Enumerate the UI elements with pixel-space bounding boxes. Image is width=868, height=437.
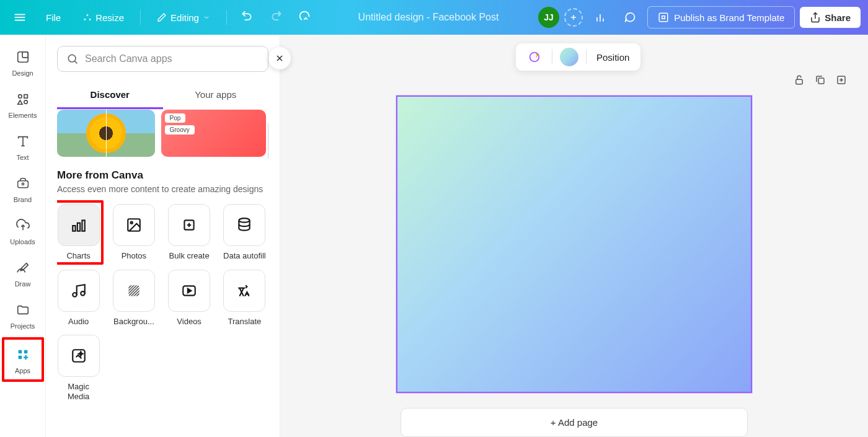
app-translate[interactable]: Translate [223, 270, 266, 327]
rail-projects[interactable]: Projects [4, 295, 42, 335]
search-input[interactable] [85, 53, 259, 64]
svg-point-45 [530, 53, 539, 62]
app-videos[interactable]: Videos [168, 270, 211, 327]
preview-card-sunflower[interactable] [57, 110, 155, 157]
section-subtitle: Access even more content to create amazi… [57, 184, 266, 194]
svg-point-39 [73, 293, 77, 297]
resize-label: Resize [95, 12, 124, 23]
color-swatch[interactable] [560, 48, 578, 66]
share-label: Share [825, 12, 851, 23]
app-grid: Charts Photos Bulk create [57, 204, 266, 401]
avatar[interactable]: JJ [538, 7, 559, 28]
tab-your-apps[interactable]: Your apps [163, 82, 269, 109]
photos-icon [126, 217, 142, 233]
add-collaborator-button[interactable] [564, 8, 583, 27]
preview-card-music[interactable]: Pop Groovy [161, 110, 267, 157]
lock-icon[interactable] [794, 74, 805, 88]
svg-rect-32 [82, 220, 84, 231]
svg-rect-31 [77, 223, 79, 231]
rail-label: Draw [15, 280, 31, 288]
rail-apps[interactable]: Apps [4, 340, 42, 379]
analytics-icon[interactable] [588, 5, 613, 30]
editing-label: Editing [170, 12, 199, 23]
rail-elements[interactable]: Elements [4, 84, 42, 124]
svg-marker-43 [188, 288, 191, 293]
share-button[interactable]: Share [800, 7, 861, 28]
svg-rect-21 [18, 350, 22, 354]
rail-text[interactable]: Text [4, 126, 42, 166]
section-title: More from Canva [57, 169, 266, 182]
database-icon [236, 217, 252, 233]
rail-label: Design [12, 69, 33, 77]
svg-point-38 [239, 218, 250, 223]
publish-button[interactable]: Publish as Brand Template [647, 6, 795, 29]
editing-menu[interactable]: Editing [148, 7, 219, 28]
app-label: Videos [177, 317, 202, 327]
app-label: Translate [228, 317, 262, 327]
duplicate-icon[interactable] [815, 74, 826, 88]
magic-icon[interactable] [525, 47, 544, 67]
svg-point-12 [18, 95, 22, 99]
preview-cards: Pop Groovy [57, 110, 266, 157]
app-label: Magic Media [57, 382, 100, 401]
menu-icon[interactable] [7, 5, 32, 30]
search-box[interactable] [57, 46, 268, 72]
rail-label: Text [16, 154, 29, 161]
svg-rect-11 [22, 52, 28, 58]
floating-toolbar: Position [516, 43, 640, 71]
highlight-apps: Apps [2, 337, 44, 382]
app-background[interactable]: Backgrou... [112, 270, 155, 327]
app-label: Photos [122, 251, 146, 261]
app-label: Bulk create [169, 251, 210, 261]
svg-rect-13 [24, 95, 27, 99]
app-magic-media[interactable]: Magic Media [57, 335, 100, 401]
chip-pop: Pop [165, 113, 186, 123]
svg-rect-22 [24, 350, 27, 354]
svg-point-28 [68, 55, 76, 62]
app-bulk-create[interactable]: Bulk create [168, 204, 211, 261]
rail-brand[interactable]: Brand [4, 169, 42, 208]
svg-line-29 [75, 61, 78, 64]
app-label: Charts [66, 251, 90, 261]
svg-rect-47 [818, 78, 824, 84]
rail-draw[interactable]: Draw [4, 253, 42, 293]
add-page-icon[interactable] [836, 74, 847, 88]
add-page-button[interactable]: + Add page [401, 408, 748, 437]
app-audio[interactable]: Audio [57, 270, 100, 327]
chip-groovy: Groovy [165, 125, 195, 135]
rail-design[interactable]: Design [4, 42, 42, 82]
app-data-autofill[interactable]: Data autofill [223, 204, 266, 261]
rail-label: Brand [14, 196, 32, 203]
app-label: Audio [68, 317, 89, 327]
panel-tabs: Discover Your apps [57, 82, 268, 110]
svg-rect-46 [796, 79, 803, 84]
canvas-area: Position + Add page [280, 35, 868, 437]
page-toolbar [794, 74, 847, 88]
cloud-sync-icon[interactable] [294, 5, 319, 30]
resize-menu[interactable]: Resize [74, 7, 133, 28]
file-menu[interactable]: File [37, 7, 69, 28]
highlight-charts: Charts [57, 200, 104, 265]
app-charts[interactable]: Charts [57, 204, 100, 261]
design-canvas[interactable] [396, 95, 752, 393]
magic-media-icon [71, 348, 87, 364]
app-photos[interactable]: Photos [112, 204, 155, 261]
rail-uploads[interactable]: Uploads [4, 211, 42, 250]
close-panel-button[interactable] [268, 47, 291, 69]
toolbar-separator [586, 50, 587, 64]
rail-label: Elements [9, 112, 37, 119]
scrollbar-thumb[interactable] [268, 122, 268, 159]
separator [226, 10, 227, 25]
svg-point-40 [81, 291, 85, 296]
audio-icon [71, 283, 87, 299]
redo-icon[interactable] [264, 5, 289, 30]
svg-marker-14 [17, 100, 22, 104]
svg-rect-41 [128, 285, 139, 296]
document-title[interactable]: Untitled design - Facebook Post [324, 12, 533, 23]
tab-discover[interactable]: Discover [57, 82, 163, 109]
undo-icon[interactable] [234, 5, 259, 30]
comment-icon[interactable] [618, 5, 642, 30]
svg-rect-18 [17, 181, 28, 188]
position-button[interactable]: Position [594, 50, 632, 65]
toolbar-separator [552, 50, 552, 64]
